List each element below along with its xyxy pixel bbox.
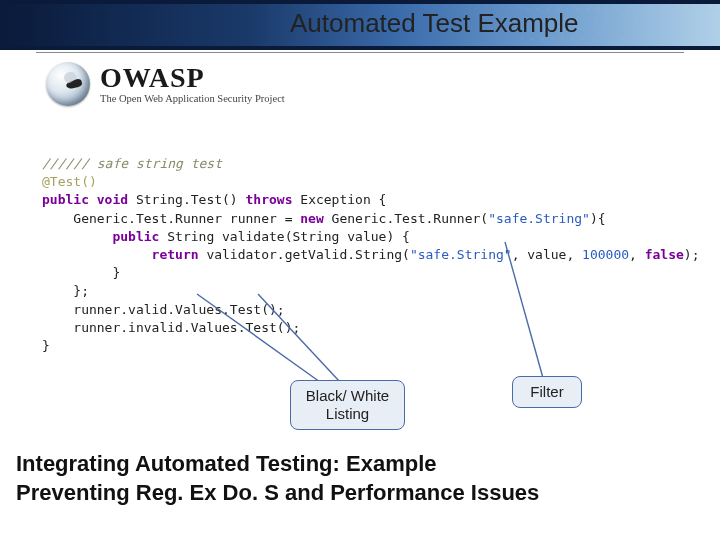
code-text: String.Test()	[136, 192, 238, 207]
code-kw: new	[300, 211, 323, 226]
code-kw: public	[112, 229, 159, 244]
code-block: ////// safe string test @Test() public v…	[42, 155, 678, 355]
code-text: }	[42, 338, 50, 353]
code-text: ){	[590, 211, 606, 226]
code-string: "safe.String"	[488, 211, 590, 226]
code-text: runner.valid.Values.Test();	[73, 302, 284, 317]
code-text: ,	[629, 247, 637, 262]
slide-title: Automated Test Example	[290, 8, 579, 39]
code-kw: public	[42, 192, 89, 207]
callout-filter: Filter	[512, 376, 582, 408]
code-bool: false	[645, 247, 684, 262]
code-text: };	[73, 283, 89, 298]
code-comment: ////// safe string test	[42, 156, 222, 171]
code-kw: throws	[246, 192, 293, 207]
code-text: String validate(String value) {	[167, 229, 410, 244]
code-text: validator.getValid.String(	[206, 247, 410, 262]
logo-name: OWASP	[100, 64, 285, 92]
code-string: "safe.String"	[410, 247, 512, 262]
code-text: );	[684, 247, 700, 262]
owasp-logo: OWASP The Open Web Application Security …	[46, 62, 285, 106]
footer-line-2: Preventing Reg. Ex Do. S and Performance…	[16, 479, 539, 508]
code-text: Exception {	[300, 192, 386, 207]
title-underline	[36, 52, 684, 53]
code-text: Generic.Test.Runner(	[332, 211, 489, 226]
logo-tagline: The Open Web Application Security Projec…	[100, 94, 285, 105]
code-kw: void	[97, 192, 128, 207]
code-text: Generic.Test.Runner runner =	[73, 211, 292, 226]
code-text: }	[112, 265, 120, 280]
callout-black-white-listing: Black/ White Listing	[290, 380, 405, 430]
code-annotation: @Test()	[42, 174, 97, 189]
code-text: , value,	[512, 247, 575, 262]
footer-title: Integrating Automated Testing: Example P…	[16, 450, 539, 507]
code-number: 100000	[582, 247, 629, 262]
owasp-logo-icon	[46, 62, 90, 106]
footer-line-1: Integrating Automated Testing: Example	[16, 450, 539, 479]
code-kw: return	[152, 247, 199, 262]
code-text: runner.invalid.Values.Test();	[73, 320, 300, 335]
